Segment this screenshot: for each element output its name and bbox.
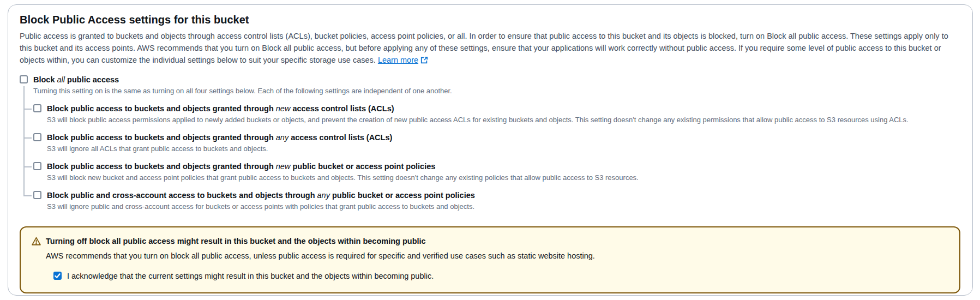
any-policies-checkbox[interactable]	[33, 191, 41, 199]
tree-branch-line	[23, 195, 32, 196]
intro-text: Public access is granted to buckets and …	[20, 32, 948, 64]
warning-description: AWS recommends that you turn on block al…	[46, 250, 948, 262]
any-acls-checkbox[interactable]	[33, 133, 41, 141]
tree-branch-line	[23, 166, 32, 167]
tree-connector-line	[23, 86, 25, 196]
warning-triangle-icon	[32, 237, 41, 248]
sub-setting-description: S3 will ignore all ACLs that grant publi…	[47, 144, 961, 153]
sub-setting-label: Block public access to buckets and objec…	[47, 161, 435, 171]
sub-setting-label: Block public access to buckets and objec…	[47, 104, 394, 113]
block-all-setting: Block all public access Turning this set…	[20, 75, 961, 211]
sub-setting-label: Block public and cross-account access to…	[47, 190, 475, 200]
sub-setting-any-acls: Block public access to buckets and objec…	[33, 133, 961, 153]
sub-setting-new-policies: Block public access to buckets and objec…	[33, 161, 961, 182]
acknowledge-checkbox[interactable]	[53, 272, 62, 280]
warning-title: Turning off block all public access migh…	[46, 236, 426, 247]
new-acls-checkbox[interactable]	[33, 104, 41, 112]
sub-setting-description: S3 will ignore public and cross-account …	[47, 202, 961, 211]
external-link-icon	[420, 55, 428, 67]
check-icon	[55, 273, 61, 279]
sub-setting-description: S3 will block new bucket and access poin…	[47, 173, 961, 182]
block-public-access-panel: Block Public Access settings for this bu…	[8, 4, 973, 296]
tree-branch-line	[23, 109, 32, 110]
learn-more-link[interactable]: Learn more	[378, 56, 428, 64]
block-all-label: Block all public access	[33, 75, 119, 85]
new-policies-checkbox[interactable]	[33, 162, 41, 170]
sub-setting-description: S3 will block public access permissions …	[47, 115, 961, 124]
page-title: Block Public Access settings for this bu…	[20, 14, 961, 26]
sub-setting-new-acls: Block public access to buckets and objec…	[33, 104, 961, 124]
intro-paragraph: Public access is granted to buckets and …	[20, 30, 961, 67]
acknowledge-label: I acknowledge that the current settings …	[67, 271, 434, 281]
sub-setting-any-policies: Block public and cross-account access to…	[33, 190, 961, 211]
sub-setting-label: Block public access to buckets and objec…	[47, 133, 392, 142]
block-all-checkbox[interactable]	[20, 75, 28, 83]
block-all-description: Turning this setting on is the same as t…	[33, 86, 961, 95]
warning-alert: Turning off block all public access migh…	[20, 226, 960, 293]
tree-branch-line	[23, 137, 32, 139]
